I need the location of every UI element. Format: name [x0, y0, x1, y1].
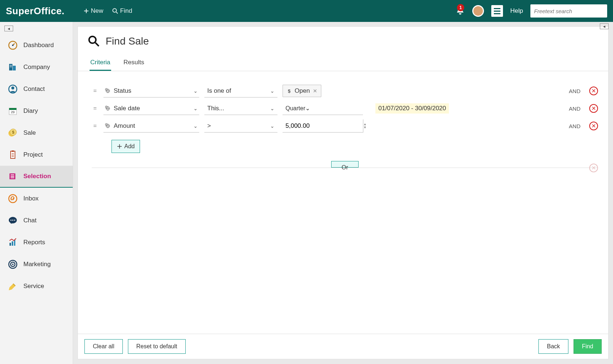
delete-row-button[interactable]: ✕ — [589, 104, 598, 113]
svg-rect-18 — [11, 151, 15, 158]
globe-icon — [105, 106, 111, 111]
reports-icon — [8, 238, 18, 247]
sidebar-item-marketing[interactable]: Marketing — [0, 253, 73, 275]
delete-row-button[interactable]: ✕ — [589, 87, 598, 95]
operator-select[interactable]: > ⌄ — [204, 119, 277, 133]
chip-remove[interactable]: ✕ — [313, 88, 317, 94]
field-label: Amount — [114, 122, 193, 130]
add-label: Add — [124, 143, 135, 150]
chevron-down-icon: ⌄ — [193, 88, 198, 94]
and-label: AND — [569, 123, 580, 129]
sidebar-item-contact[interactable]: Contact — [0, 78, 73, 100]
sidebar-item-chat[interactable]: Chat — [0, 210, 73, 231]
operator-select[interactable]: Is one of ⌄ — [204, 84, 277, 97]
find-submit-button[interactable]: Find — [574, 339, 602, 354]
diary-icon: 29 — [8, 106, 18, 116]
selection-icon — [8, 172, 18, 181]
add-criteria-button[interactable]: Add — [111, 140, 140, 153]
reset-button[interactable]: Reset to default — [128, 339, 186, 354]
svg-rect-7 — [11, 65, 12, 66]
delete-row-button[interactable]: ✕ — [589, 122, 598, 130]
sidebar-item-label: Inbox — [23, 195, 39, 202]
freetext-search[interactable] — [530, 4, 607, 18]
svg-point-3 — [12, 45, 14, 46]
tab-criteria[interactable]: Criteria — [90, 55, 111, 71]
field-select[interactable]: Sale date ⌄ — [103, 102, 199, 115]
sidebar-item-project[interactable]: Project — [0, 144, 73, 166]
operator-label: Is one of — [207, 87, 270, 95]
operator-select[interactable]: This... ⌄ — [204, 102, 277, 115]
sale-icon: $ — [8, 128, 18, 138]
sidebar-item-sale[interactable]: $ Sale — [0, 122, 73, 144]
tab-results[interactable]: Results — [123, 55, 145, 71]
spinner-down-icon[interactable]: ▼ — [363, 126, 367, 129]
find-button[interactable]: Find — [108, 5, 137, 17]
svg-rect-23 — [11, 177, 14, 178]
page-title: Find Sale — [106, 35, 149, 47]
sidebar-item-diary[interactable]: 29 Diary — [0, 100, 73, 122]
inbox-icon — [8, 194, 18, 203]
top-right: 1 Help — [455, 4, 607, 18]
period-select[interactable]: Quarter ⌄ — [283, 102, 363, 115]
or-button[interactable]: Or — [331, 161, 359, 168]
chevron-down-icon: ⌄ — [305, 105, 310, 112]
svg-text:$: $ — [12, 130, 14, 134]
sidebar-item-label: Diary — [23, 107, 38, 115]
avatar-button[interactable] — [472, 5, 484, 17]
svg-rect-5 — [13, 66, 16, 70]
collapse-sidebar-button[interactable]: ◄ — [4, 26, 13, 31]
sidebar-item-label: Sale — [23, 129, 36, 137]
sidebar-item-company[interactable]: Company — [0, 56, 73, 78]
collapse-panel-button[interactable]: ◄ — [600, 23, 609, 29]
panel: Find Sale Criteria Results = Status ⌄ Is… — [77, 26, 609, 359]
equals-icon: = — [92, 105, 98, 112]
menu-button[interactable] — [491, 5, 503, 17]
amount-input[interactable]: ▲▼ — [283, 119, 363, 133]
sidebar-item-service[interactable]: Service — [0, 275, 73, 297]
date-range: 01/07/2020 - 30/09/2020 — [375, 103, 449, 114]
dollar-icon: $ — [287, 88, 292, 93]
search-input[interactable] — [534, 8, 604, 14]
search-icon — [112, 8, 118, 14]
svg-point-28 — [14, 220, 15, 221]
contact-icon — [8, 84, 18, 94]
plus-icon — [117, 144, 122, 149]
svg-point-0 — [113, 9, 116, 12]
field-select[interactable]: Status ⌄ — [103, 84, 199, 97]
svg-rect-4 — [9, 64, 12, 70]
new-label: New — [91, 7, 103, 15]
svg-rect-22 — [11, 176, 14, 177]
sidebar-item-label: Chat — [23, 217, 37, 224]
value-area: $ Open ✕ — [283, 85, 564, 97]
help-button[interactable]: Help — [510, 7, 523, 15]
sidebar-item-dashboard[interactable]: Dashboard — [0, 34, 73, 56]
back-button[interactable]: Back — [538, 339, 568, 354]
value-chip[interactable]: $ Open ✕ — [283, 85, 321, 97]
chevron-down-icon: ⌄ — [270, 88, 275, 94]
svg-rect-6 — [10, 65, 11, 66]
field-select[interactable]: Amount ⌄ — [103, 119, 199, 133]
delete-or-button[interactable]: ✕ — [589, 164, 598, 172]
dashboard-icon — [8, 41, 18, 50]
content: ◄ Find Sale Criteria Results = Status ⌄ — [73, 22, 613, 364]
sidebar-item-label: Contact — [23, 85, 45, 93]
chevron-down-icon: ⌄ — [193, 123, 198, 129]
spinner[interactable]: ▲▼ — [363, 119, 367, 133]
sidebar-item-inbox[interactable]: Inbox — [0, 188, 73, 210]
sidebar-item-selection[interactable]: Selection — [0, 166, 73, 188]
sidebar-item-reports[interactable]: Reports — [0, 231, 73, 253]
footer: Clear all Reset to default Back Find — [78, 334, 608, 359]
clear-all-button[interactable]: Clear all — [84, 339, 123, 354]
chevron-down-icon: ⌄ — [193, 106, 198, 111]
amount-field[interactable] — [285, 122, 363, 130]
criteria-row: = Amount ⌄ > ⌄ ▲▼ AND ✕ — [92, 117, 598, 135]
new-button[interactable]: New — [79, 5, 108, 17]
search-icon — [88, 35, 100, 47]
svg-text:$: $ — [288, 88, 291, 93]
company-icon — [8, 62, 18, 72]
equals-icon: = — [92, 88, 98, 94]
field-label: Status — [114, 87, 193, 95]
and-label: AND — [569, 106, 580, 112]
notifications-button[interactable]: 1 — [455, 6, 465, 16]
or-divider: Or ✕ — [92, 168, 598, 168]
